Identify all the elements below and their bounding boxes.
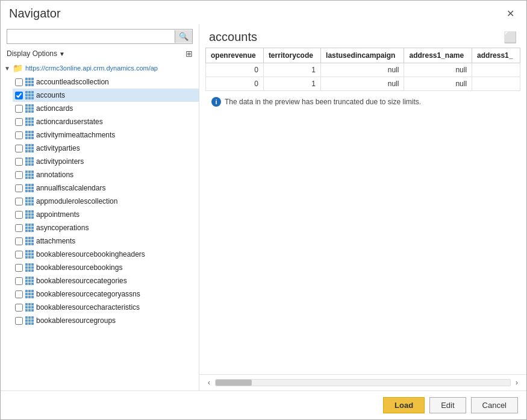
tree-item-checkbox[interactable]: [15, 145, 23, 152]
tree-item-checkbox[interactable]: [15, 105, 23, 113]
collapse-icon: ▼: [4, 65, 10, 72]
scroll-left-arrow[interactable]: ‹: [205, 377, 213, 388]
table-row: 01nullnull: [206, 77, 520, 91]
search-bar: 🔍: [7, 29, 193, 44]
table-header: address1_: [472, 48, 520, 63]
dialog-titlebar: Navigator ✕: [1, 1, 526, 24]
tree-item-checkbox[interactable]: [15, 224, 23, 232]
table-icon: [25, 104, 34, 113]
tree-item-checkbox[interactable]: [15, 317, 23, 325]
edit-button[interactable]: Edit: [429, 397, 466, 413]
tree-item-label: appointments: [36, 210, 80, 219]
tree-item[interactable]: activityparties: [13, 142, 199, 155]
tree-item[interactable]: appointments: [13, 208, 199, 221]
tree-item-label: accountleadscollection: [36, 78, 109, 86]
tree-item-checkbox[interactable]: [15, 304, 23, 312]
refresh-icon[interactable]: ⊞: [186, 49, 193, 58]
table-icon: [25, 210, 34, 219]
table-icon: [25, 250, 34, 259]
tree-item-label: bookableresourcebookingheaders: [36, 250, 145, 259]
tree-item[interactable]: annotations: [13, 168, 199, 181]
search-button[interactable]: 🔍: [175, 30, 192, 43]
tree-item-label: attachments: [36, 237, 75, 245]
tree-item[interactable]: accountleadscollection: [13, 75, 199, 89]
table-header: address1_name: [404, 48, 472, 63]
tree-item[interactable]: bookableresourcebookings: [13, 261, 199, 274]
table-cell: 0: [206, 77, 264, 91]
scroll-right-arrow[interactable]: ›: [513, 377, 520, 388]
table-icon: [25, 131, 34, 139]
data-table-area: openrevenueterritorycodelastusedincampai…: [205, 48, 520, 374]
tree-item[interactable]: accounts: [13, 89, 199, 102]
data-table: openrevenueterritorycodelastusedincampai…: [205, 48, 520, 91]
tree-item-checkbox[interactable]: [15, 92, 23, 99]
dialog-title: Navigator: [9, 7, 61, 20]
horizontal-scrollbar-area: ‹ ›: [199, 374, 526, 390]
left-panel: 🔍 Display Options ▼ ⊞ ▼ 📁 https://crmc3o…: [1, 24, 199, 390]
table-icon: [25, 303, 34, 312]
table-cell: 1: [263, 63, 320, 77]
table-row: 01nullnull: [206, 63, 520, 77]
tree-item[interactable]: actioncards: [13, 102, 199, 115]
tree-item[interactable]: bookableresourcebookingheaders: [13, 248, 199, 261]
close-button[interactable]: ✕: [503, 7, 518, 20]
tree-item[interactable]: bookableresourcegroups: [13, 314, 199, 327]
table-icon: [25, 316, 34, 325]
tree-item-checkbox[interactable]: [15, 184, 23, 192]
tree-item-label: actioncarduserstates: [36, 118, 103, 126]
right-panel: accounts ⬜ openrevenueterritorycodelastu…: [199, 24, 526, 390]
tree-item[interactable]: actioncarduserstates: [13, 115, 199, 128]
table-icon: [25, 277, 34, 285]
tree-item-label: asyncoperations: [36, 224, 89, 232]
tree-item[interactable]: attachments: [13, 234, 199, 248]
tree-item[interactable]: bookableresourcecategoryassns: [13, 287, 199, 301]
tree-item-checkbox[interactable]: [15, 171, 23, 179]
table-header: territorycode: [263, 48, 320, 63]
tree-item-checkbox[interactable]: [15, 78, 23, 86]
table-cell: [472, 77, 520, 91]
table-cell: 0: [206, 63, 264, 77]
table-cell: null: [404, 77, 472, 91]
tree-item[interactable]: bookableresourcecategories: [13, 274, 199, 287]
tree-item[interactable]: bookableresourcecharacteristics: [13, 301, 199, 314]
table-icon: [25, 263, 34, 272]
tree-item-checkbox[interactable]: [15, 131, 23, 139]
horizontal-scrollbar-track[interactable]: [215, 379, 511, 386]
tree-item-checkbox[interactable]: [15, 290, 23, 298]
tree-item-label: bookableresourcecharacteristics: [36, 303, 140, 312]
tree-item-checkbox[interactable]: [15, 264, 23, 272]
table-cell: 1: [263, 77, 320, 91]
tree-item-checkbox[interactable]: [15, 118, 23, 126]
table-icon: [25, 118, 34, 126]
tree-item-checkbox[interactable]: [15, 211, 23, 219]
tree-item-checkbox[interactable]: [15, 277, 23, 285]
tree-root[interactable]: ▼ 📁 https://crmc3online.api.crm.dynamics…: [1, 61, 199, 75]
tree-item[interactable]: activitymimeattachments: [13, 128, 199, 142]
preview-header: accounts ⬜: [199, 24, 526, 48]
tree-item[interactable]: asyncoperations: [13, 221, 199, 234]
tree-item-label: appmodulerolescollection: [36, 197, 117, 205]
cancel-button[interactable]: Cancel: [471, 397, 518, 413]
navigator-dialog: Navigator ✕ 🔍 Display Options ▼ ⊞ ▼ 📁: [0, 0, 527, 420]
tree-item-checkbox[interactable]: [15, 198, 23, 205]
load-button[interactable]: Load: [383, 397, 425, 413]
table-cell: null: [404, 63, 472, 77]
tree-item-label: activityparties: [36, 144, 80, 152]
tree-item-checkbox[interactable]: [15, 237, 23, 245]
tree-items: accountleadscollectionaccountsactioncard…: [1, 75, 199, 327]
display-options-button[interactable]: Display Options ▼: [7, 49, 65, 58]
tree-item-checkbox[interactable]: [15, 251, 23, 259]
horizontal-scrollbar-thumb[interactable]: [216, 380, 252, 386]
tree-item-checkbox[interactable]: [15, 158, 23, 166]
tree-area: ▼ 📁 https://crmc3online.api.crm.dynamics…: [1, 61, 199, 390]
tree-item-label: activitypointers: [36, 157, 84, 166]
tree-item[interactable]: activitypointers: [13, 155, 199, 168]
search-input[interactable]: [7, 30, 175, 43]
table-icon: [25, 197, 34, 205]
tree-item[interactable]: annualfiscalcalendars: [13, 181, 199, 195]
tree-item[interactable]: appmodulerolescollection: [13, 195, 199, 208]
table-icon: [25, 157, 34, 166]
export-icon[interactable]: ⬜: [504, 31, 517, 44]
preview-title: accounts: [209, 30, 257, 44]
table-icon: [25, 91, 34, 99]
